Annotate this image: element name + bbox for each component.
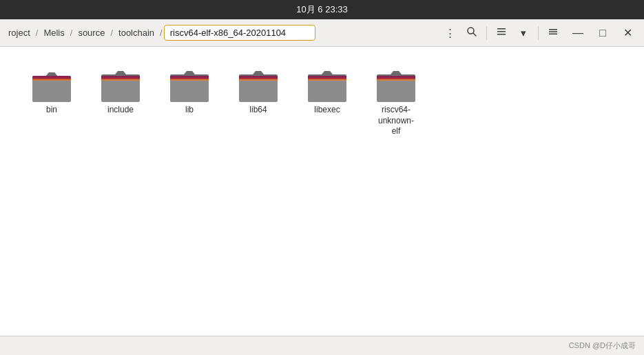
breadcrumb-sep-1: /: [34, 28, 40, 38]
file-manager-header: roject / Melis / source / toolchain / ⋮: [0, 19, 644, 47]
folder-icon-libexec: [307, 66, 348, 102]
more-options-icon: ⋮: [445, 27, 455, 39]
svg-rect-2: [497, 28, 506, 30]
list-view-icon: [496, 26, 507, 39]
folder-bin[interactable]: bin: [21, 61, 83, 143]
search-button[interactable]: [462, 23, 481, 43]
svg-rect-20: [239, 78, 278, 79]
taskbar: 10月 6 23:33: [0, 0, 644, 19]
header-divider-1: [486, 26, 487, 40]
folder-lib[interactable]: lib: [158, 61, 220, 143]
svg-rect-6: [549, 31, 557, 32]
breadcrumb-sep-2: /: [69, 28, 74, 38]
status-bar: CSDN @D仔小成哥: [0, 336, 644, 355]
file-content-area: bin include lib: [0, 47, 644, 336]
view-toggle-button[interactable]: ▾: [514, 23, 533, 43]
folder-riscv64[interactable]: riscv64- unknown- elf: [365, 61, 427, 143]
folder-label-lib64: lib64: [249, 105, 267, 116]
svg-rect-24: [308, 79, 346, 81]
breadcrumb-item-melis[interactable]: Melis: [39, 25, 68, 41]
more-options-button[interactable]: ⋮: [440, 23, 459, 43]
window-controls: — □ ✕: [565, 19, 640, 47]
folder-include[interactable]: include: [90, 61, 152, 143]
list-view-button[interactable]: [492, 23, 511, 43]
folder-label-libexec: libexec: [314, 105, 340, 116]
folder-libexec[interactable]: libexec: [296, 61, 358, 143]
folder-icon-lib64: [238, 66, 279, 102]
folder-icon-riscv64: [375, 66, 417, 102]
hamburger-icon: [548, 26, 559, 39]
minimize-button[interactable]: —: [565, 19, 590, 47]
svg-rect-27: [377, 79, 415, 81]
folder-label-bin: bin: [46, 105, 57, 116]
svg-rect-14: [101, 78, 140, 79]
path-input[interactable]: [164, 25, 315, 41]
close-button[interactable]: ✕: [615, 19, 640, 47]
svg-rect-3: [497, 31, 506, 32]
svg-rect-21: [239, 79, 278, 81]
svg-rect-15: [101, 79, 140, 81]
search-icon: [466, 26, 477, 39]
svg-rect-5: [549, 29, 557, 30]
svg-line-1: [473, 33, 476, 36]
breadcrumb-area: roject / Melis / source / toolchain /: [4, 22, 437, 44]
header-divider-2: [538, 26, 539, 40]
breadcrumb-sep-3: /: [109, 28, 114, 38]
folder-lib64[interactable]: lib64: [227, 61, 289, 143]
close-icon: ✕: [623, 26, 632, 39]
svg-rect-23: [308, 78, 346, 79]
maximize-button[interactable]: □: [590, 19, 615, 47]
svg-rect-12: [32, 79, 71, 81]
maximize-icon: □: [599, 27, 606, 39]
svg-rect-4: [497, 34, 506, 35]
watermark-text: CSDN @D仔小成哥: [569, 341, 636, 351]
folder-label-lib: lib: [185, 105, 194, 116]
folder-icon-include: [100, 66, 141, 102]
menu-button[interactable]: [543, 23, 563, 43]
breadcrumb-item-source[interactable]: source: [74, 25, 109, 41]
svg-rect-17: [170, 78, 209, 79]
svg-rect-26: [377, 78, 415, 79]
datetime-label: 10月 6 23:33: [296, 3, 347, 16]
breadcrumb-item-project[interactable]: roject: [4, 25, 34, 41]
folder-icon-lib: [169, 66, 210, 102]
breadcrumb-sep-4: /: [158, 28, 164, 38]
svg-rect-7: [549, 34, 557, 35]
svg-rect-18: [170, 79, 209, 81]
chevron-down-icon: ▾: [521, 27, 526, 39]
minimize-icon: —: [572, 27, 583, 39]
folder-label-include: include: [107, 105, 134, 116]
breadcrumb-item-toolchain[interactable]: toolchain: [114, 25, 158, 41]
folder-label-riscv64: riscv64- unknown- elf: [378, 105, 414, 137]
folder-icon-bin: [31, 66, 72, 102]
